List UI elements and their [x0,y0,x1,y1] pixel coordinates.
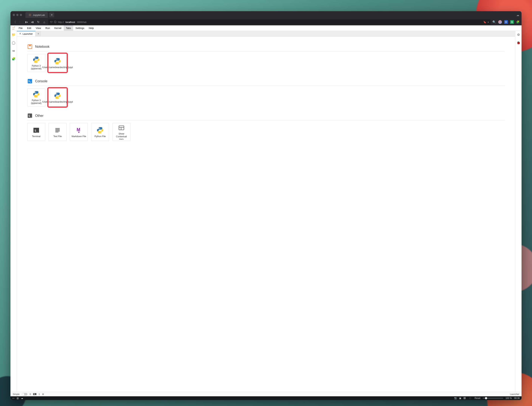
url-input[interactable]: 🛡 ⓘ http://localhost:8888/lab 🔖 ▾ [48,19,491,25]
simple-mode-toggle[interactable] [22,393,28,396]
other-card-label: Text File [53,135,62,138]
launcher-panel: Notebook Python 3 (ipykernel) /Users/sam… [17,36,515,392]
other-card-label: Markdown File [72,135,86,138]
file-browser-icon[interactable]: 📁 [12,33,15,37]
notebook-card-label: /Users/samedwardes/tmp/jupyt [42,66,73,69]
new-launcher-button[interactable]: + [36,31,41,36]
url-host: localhost [66,21,75,23]
python-icon [53,57,62,65]
menu-tabs[interactable]: Tabs [64,25,73,31]
property-inspector-icon[interactable]: ⚙ [517,33,520,37]
maximize-window-icon[interactable] [20,14,22,16]
browser-tabstrip: JupyterLab + ☁ [10,11,522,19]
svg-point-3 [12,29,13,29]
window-controls[interactable] [13,14,22,16]
reload-button[interactable]: ↻ [36,20,40,24]
info-icon[interactable]: ⓘ [54,20,56,24]
terminal-count[interactable]: 1 [39,393,40,396]
terminal-status-icon[interactable]: $_ [33,393,36,395]
jupyter-favicon-icon [28,14,31,16]
jupyterlab-app: FileEditViewRunKernelTabsSettingsHelp 📁 … [10,25,522,396]
menu-help[interactable]: Help [86,25,96,31]
menu-run[interactable]: Run [43,25,52,31]
other-card-label: Terminal [32,135,40,138]
svg-point-13 [56,93,57,94]
os-camera-icon[interactable]: 📷 [454,397,457,399]
help-icon [117,124,126,132]
statusbar-mode-label: Launcher [510,393,519,396]
console-card-1[interactable]: /Users/samedwardes/tmp/jupyt [49,88,67,106]
os-panels-icon[interactable]: ▥ [17,397,19,399]
extensions-menu-icon[interactable]: 🧩 [516,20,520,24]
browser-window: JupyterLab + ☁ 〈 〉 ▮◂ ▸▮ ↻ ⌂ 🛡 ⓘ http://… [10,11,522,400]
menu-edit[interactable]: Edit [25,25,33,31]
last-page-button[interactable]: ▸▮ [30,21,34,23]
python-icon [32,56,40,64]
console-card-label: /Users/samedwardes/tmp/jupyt [42,101,73,103]
os-window-icon[interactable]: ▭ [12,397,14,399]
other-card-terminal[interactable]: $_ Terminal [27,123,45,141]
url-dropdown-icon[interactable]: ▾ [488,21,489,23]
notebook-card-0[interactable]: Python 3 (ipykernel) [27,54,45,72]
svg-point-2 [14,27,15,27]
os-embed-icon[interactable]: 〈〉 [468,397,472,400]
settings-status-icon[interactable]: ⚙ [42,393,44,396]
svg-text:$_: $_ [34,129,38,132]
shield-icon[interactable]: 🛡 [50,21,52,23]
minimize-window-icon[interactable] [16,14,18,16]
jlab-doc-tabstrip: ⇱ Launcher + [17,31,515,36]
profile-avatar[interactable] [498,20,502,24]
close-window-icon[interactable] [13,14,15,16]
svg-point-12 [37,96,37,97]
markdown-icon: M [75,126,83,134]
sync-cloud-icon[interactable]: ☁ [516,13,519,17]
console-card-0[interactable]: Python 3 (ipykernel) [27,88,45,106]
kernel-count[interactable]: 0 [30,393,31,396]
running-sessions-icon[interactable]: ◯ [12,41,15,45]
toc-icon[interactable]: ≔ [12,49,15,53]
os-image-icon[interactable]: 🖼 [464,397,466,399]
launcher-tab-label: Launcher [22,32,33,35]
other-card-label: Show Contextual Help [114,132,129,140]
other-card-python[interactable]: Python File [91,123,109,141]
python-icon [32,90,40,98]
menu-view[interactable]: View [33,25,43,31]
home-button[interactable]: ⌂ [42,21,46,24]
browser-tab[interactable]: JupyterLab [25,12,48,18]
extension-grammarly-icon[interactable]: G [510,20,514,24]
svg-point-11 [35,92,36,92]
console-section-icon [27,79,32,84]
menu-kernel[interactable]: Kernel [52,25,64,31]
svg-text:M: M [77,127,80,132]
svg-rect-9 [28,79,32,83]
python-icon [96,126,104,134]
other-card-markdown[interactable]: M Markdown File [70,123,88,141]
jupyter-logo-icon[interactable] [10,25,16,31]
search-icon[interactable]: 🔍 [492,20,496,24]
menu-settings[interactable]: Settings [73,25,86,31]
notebook-section-title: Notebook [35,45,50,49]
svg-rect-27 [119,126,124,130]
extension-manager-icon[interactable]: 🧩 [12,57,15,61]
zoom-reset-button[interactable]: Reset [475,397,480,399]
other-card-help[interactable]: Show Contextual Help [112,123,130,141]
back-button[interactable]: 〈 [12,20,16,24]
other-card-text[interactable]: Text File [49,123,67,141]
bookmark-icon[interactable]: 🔖 [483,21,486,23]
os-crop-icon[interactable]: ▣ [459,397,461,399]
notebook-card-label: Python 3 (ipykernel) [29,65,44,70]
notebook-card-1[interactable]: /Users/samedwardes/tmp/jupyt [49,54,67,72]
zoom-slider[interactable] [483,398,503,399]
debugger-icon[interactable]: 🐞 [517,41,520,45]
url-proto: http:// [58,21,64,23]
launcher-tab[interactable]: ⇱ Launcher [17,31,36,36]
first-page-button[interactable]: ▮◂ [24,21,28,23]
extension-bitwarden-icon[interactable]: U [504,20,508,24]
browser-address-bar: 〈 〉 ▮◂ ▸▮ ↻ ⌂ 🛡 ⓘ http://localhost:8888/… [10,19,522,25]
menu-file[interactable]: File [16,25,25,31]
new-tab-button[interactable]: + [49,13,54,17]
jlab-left-sidebar: 📁 ◯ ≔ 🧩 [10,31,17,392]
jlab-statusbar: Simple 0 $_ 1 ⚙ Launcher [10,392,522,396]
os-cloud-icon[interactable]: ☁ [21,397,23,399]
jlab-right-sidebar: ⚙ 🐞 [515,31,522,392]
